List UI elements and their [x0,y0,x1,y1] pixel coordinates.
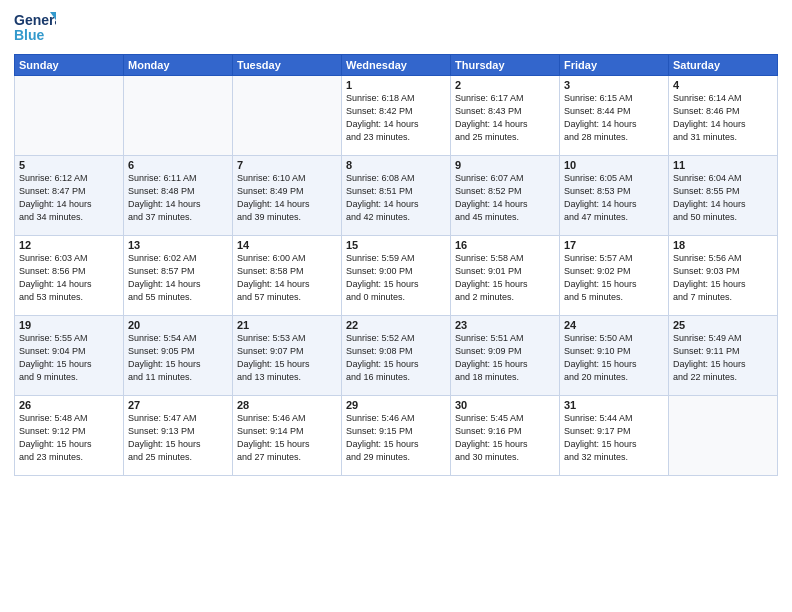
day-header-wednesday: Wednesday [342,55,451,76]
day-number: 13 [128,239,228,251]
calendar-cell: 13Sunrise: 6:02 AM Sunset: 8:57 PM Dayli… [124,236,233,316]
calendar-cell: 24Sunrise: 5:50 AM Sunset: 9:10 PM Dayli… [560,316,669,396]
cell-content: Sunrise: 5:57 AM Sunset: 9:02 PM Dayligh… [564,252,664,304]
cell-content: Sunrise: 6:00 AM Sunset: 8:58 PM Dayligh… [237,252,337,304]
calendar-cell: 29Sunrise: 5:46 AM Sunset: 9:15 PM Dayli… [342,396,451,476]
calendar-cell [669,396,778,476]
day-number: 5 [19,159,119,171]
calendar-cell: 26Sunrise: 5:48 AM Sunset: 9:12 PM Dayli… [15,396,124,476]
cell-content: Sunrise: 5:49 AM Sunset: 9:11 PM Dayligh… [673,332,773,384]
cell-content: Sunrise: 5:45 AM Sunset: 9:16 PM Dayligh… [455,412,555,464]
calendar-cell: 1Sunrise: 6:18 AM Sunset: 8:42 PM Daylig… [342,76,451,156]
calendar-cell: 25Sunrise: 5:49 AM Sunset: 9:11 PM Dayli… [669,316,778,396]
calendar-cell: 30Sunrise: 5:45 AM Sunset: 9:16 PM Dayli… [451,396,560,476]
cell-content: Sunrise: 6:18 AM Sunset: 8:42 PM Dayligh… [346,92,446,144]
day-number: 16 [455,239,555,251]
day-number: 14 [237,239,337,251]
day-number: 7 [237,159,337,171]
calendar-cell [124,76,233,156]
day-number: 12 [19,239,119,251]
cell-content: Sunrise: 5:59 AM Sunset: 9:00 PM Dayligh… [346,252,446,304]
cell-content: Sunrise: 5:50 AM Sunset: 9:10 PM Dayligh… [564,332,664,384]
cell-content: Sunrise: 5:52 AM Sunset: 9:08 PM Dayligh… [346,332,446,384]
calendar-cell [233,76,342,156]
week-row-5: 26Sunrise: 5:48 AM Sunset: 9:12 PM Dayli… [15,396,778,476]
day-number: 10 [564,159,664,171]
cell-content: Sunrise: 5:53 AM Sunset: 9:07 PM Dayligh… [237,332,337,384]
calendar-cell: 2Sunrise: 6:17 AM Sunset: 8:43 PM Daylig… [451,76,560,156]
calendar-cell: 6Sunrise: 6:11 AM Sunset: 8:48 PM Daylig… [124,156,233,236]
day-number: 22 [346,319,446,331]
calendar-cell: 23Sunrise: 5:51 AM Sunset: 9:09 PM Dayli… [451,316,560,396]
week-row-3: 12Sunrise: 6:03 AM Sunset: 8:56 PM Dayli… [15,236,778,316]
day-number: 4 [673,79,773,91]
calendar-cell: 10Sunrise: 6:05 AM Sunset: 8:53 PM Dayli… [560,156,669,236]
cell-content: Sunrise: 5:46 AM Sunset: 9:15 PM Dayligh… [346,412,446,464]
calendar-cell: 12Sunrise: 6:03 AM Sunset: 8:56 PM Dayli… [15,236,124,316]
cell-content: Sunrise: 5:55 AM Sunset: 9:04 PM Dayligh… [19,332,119,384]
header: General Blue [14,10,778,46]
day-number: 6 [128,159,228,171]
header-row: SundayMondayTuesdayWednesdayThursdayFrid… [15,55,778,76]
svg-text:General: General [14,12,56,28]
calendar-cell: 27Sunrise: 5:47 AM Sunset: 9:13 PM Dayli… [124,396,233,476]
day-number: 21 [237,319,337,331]
calendar-cell: 3Sunrise: 6:15 AM Sunset: 8:44 PM Daylig… [560,76,669,156]
calendar-cell: 14Sunrise: 6:00 AM Sunset: 8:58 PM Dayli… [233,236,342,316]
cell-content: Sunrise: 6:10 AM Sunset: 8:49 PM Dayligh… [237,172,337,224]
week-row-2: 5Sunrise: 6:12 AM Sunset: 8:47 PM Daylig… [15,156,778,236]
calendar-cell: 28Sunrise: 5:46 AM Sunset: 9:14 PM Dayli… [233,396,342,476]
calendar-cell [15,76,124,156]
cell-content: Sunrise: 6:17 AM Sunset: 8:43 PM Dayligh… [455,92,555,144]
cell-content: Sunrise: 5:48 AM Sunset: 9:12 PM Dayligh… [19,412,119,464]
calendar-cell: 7Sunrise: 6:10 AM Sunset: 8:49 PM Daylig… [233,156,342,236]
calendar-cell: 16Sunrise: 5:58 AM Sunset: 9:01 PM Dayli… [451,236,560,316]
calendar-cell: 31Sunrise: 5:44 AM Sunset: 9:17 PM Dayli… [560,396,669,476]
cell-content: Sunrise: 5:46 AM Sunset: 9:14 PM Dayligh… [237,412,337,464]
day-number: 8 [346,159,446,171]
calendar-cell: 21Sunrise: 5:53 AM Sunset: 9:07 PM Dayli… [233,316,342,396]
day-number: 31 [564,399,664,411]
calendar-cell: 20Sunrise: 5:54 AM Sunset: 9:05 PM Dayli… [124,316,233,396]
day-number: 15 [346,239,446,251]
logo: General Blue [14,10,56,46]
logo-svg: General Blue [14,10,56,46]
calendar-table: SundayMondayTuesdayWednesdayThursdayFrid… [14,54,778,476]
calendar-cell: 11Sunrise: 6:04 AM Sunset: 8:55 PM Dayli… [669,156,778,236]
cell-content: Sunrise: 5:51 AM Sunset: 9:09 PM Dayligh… [455,332,555,384]
cell-content: Sunrise: 5:56 AM Sunset: 9:03 PM Dayligh… [673,252,773,304]
cell-content: Sunrise: 6:02 AM Sunset: 8:57 PM Dayligh… [128,252,228,304]
cell-content: Sunrise: 5:54 AM Sunset: 9:05 PM Dayligh… [128,332,228,384]
calendar-cell: 8Sunrise: 6:08 AM Sunset: 8:51 PM Daylig… [342,156,451,236]
calendar-cell: 18Sunrise: 5:56 AM Sunset: 9:03 PM Dayli… [669,236,778,316]
page: General Blue SundayMondayTuesdayWednesda… [0,0,792,612]
week-row-1: 1Sunrise: 6:18 AM Sunset: 8:42 PM Daylig… [15,76,778,156]
day-number: 9 [455,159,555,171]
calendar-cell: 19Sunrise: 5:55 AM Sunset: 9:04 PM Dayli… [15,316,124,396]
calendar-cell: 4Sunrise: 6:14 AM Sunset: 8:46 PM Daylig… [669,76,778,156]
cell-content: Sunrise: 5:47 AM Sunset: 9:13 PM Dayligh… [128,412,228,464]
day-number: 23 [455,319,555,331]
day-number: 25 [673,319,773,331]
day-header-saturday: Saturday [669,55,778,76]
cell-content: Sunrise: 6:08 AM Sunset: 8:51 PM Dayligh… [346,172,446,224]
cell-content: Sunrise: 6:04 AM Sunset: 8:55 PM Dayligh… [673,172,773,224]
day-header-friday: Friday [560,55,669,76]
calendar-cell: 15Sunrise: 5:59 AM Sunset: 9:00 PM Dayli… [342,236,451,316]
day-number: 28 [237,399,337,411]
calendar-cell: 17Sunrise: 5:57 AM Sunset: 9:02 PM Dayli… [560,236,669,316]
day-header-monday: Monday [124,55,233,76]
day-number: 26 [19,399,119,411]
day-header-thursday: Thursday [451,55,560,76]
week-row-4: 19Sunrise: 5:55 AM Sunset: 9:04 PM Dayli… [15,316,778,396]
calendar-cell: 22Sunrise: 5:52 AM Sunset: 9:08 PM Dayli… [342,316,451,396]
cell-content: Sunrise: 6:05 AM Sunset: 8:53 PM Dayligh… [564,172,664,224]
day-number: 3 [564,79,664,91]
day-number: 19 [19,319,119,331]
svg-text:Blue: Blue [14,27,45,43]
cell-content: Sunrise: 6:07 AM Sunset: 8:52 PM Dayligh… [455,172,555,224]
cell-content: Sunrise: 6:03 AM Sunset: 8:56 PM Dayligh… [19,252,119,304]
cell-content: Sunrise: 6:15 AM Sunset: 8:44 PM Dayligh… [564,92,664,144]
day-number: 27 [128,399,228,411]
day-header-sunday: Sunday [15,55,124,76]
